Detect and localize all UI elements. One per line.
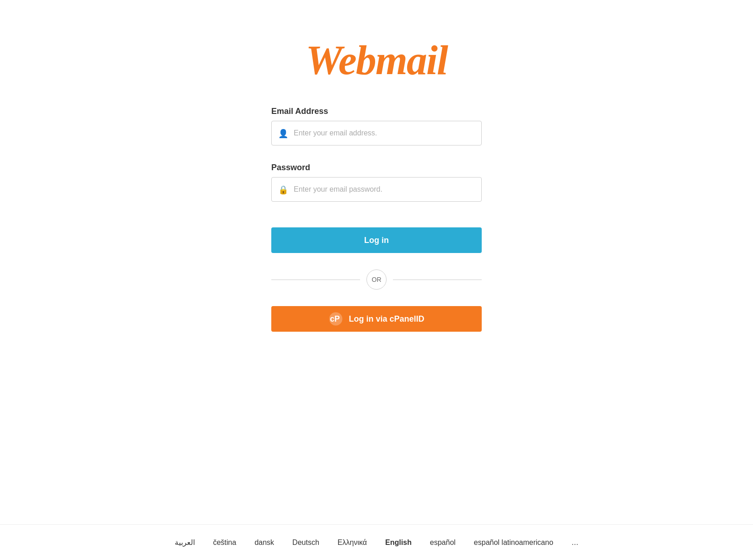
lang-da[interactable]: dansk xyxy=(254,538,274,547)
lang-more[interactable]: ... xyxy=(571,538,578,547)
lang-de[interactable]: Deutsch xyxy=(292,538,319,547)
or-line-left xyxy=(271,280,360,280)
lang-es[interactable]: español xyxy=(430,538,456,547)
email-input-wrapper xyxy=(271,121,482,145)
lang-ar[interactable]: العربية xyxy=(175,538,195,547)
cpanel-logo-icon: cP xyxy=(328,312,343,326)
password-label: Password xyxy=(271,163,482,172)
or-line-right xyxy=(393,280,482,280)
password-section: Password xyxy=(271,163,482,215)
webmail-logo: Webmail xyxy=(306,38,447,83)
email-label: Email Address xyxy=(271,107,482,116)
svg-text:cP: cP xyxy=(330,314,340,323)
language-bar: العربية čeština dansk Deutsch Ελληνικά E… xyxy=(0,524,753,560)
lock-icon xyxy=(278,184,288,195)
lang-en[interactable]: English xyxy=(385,538,412,547)
password-input[interactable] xyxy=(294,185,475,194)
lang-es-la[interactable]: español latinoamericano xyxy=(474,538,553,547)
cpanel-login-button[interactable]: cP Log in via cPanelID xyxy=(271,306,482,332)
lang-el[interactable]: Ελληνικά xyxy=(338,538,367,547)
cpanel-button-label: Log in via cPanelID xyxy=(349,314,424,324)
password-input-wrapper xyxy=(271,177,482,202)
or-divider: OR xyxy=(271,269,482,290)
login-form: Email Address Password Log in OR cP xyxy=(271,107,482,332)
login-button[interactable]: Log in xyxy=(271,227,482,253)
logo-container: Webmail xyxy=(306,37,447,84)
main-content: Webmail Email Address Password Log in OR xyxy=(0,0,753,524)
user-icon xyxy=(278,128,288,139)
lang-cs[interactable]: čeština xyxy=(213,538,237,547)
email-section: Email Address xyxy=(271,107,482,158)
or-circle: OR xyxy=(366,269,387,290)
email-input[interactable] xyxy=(294,129,475,137)
